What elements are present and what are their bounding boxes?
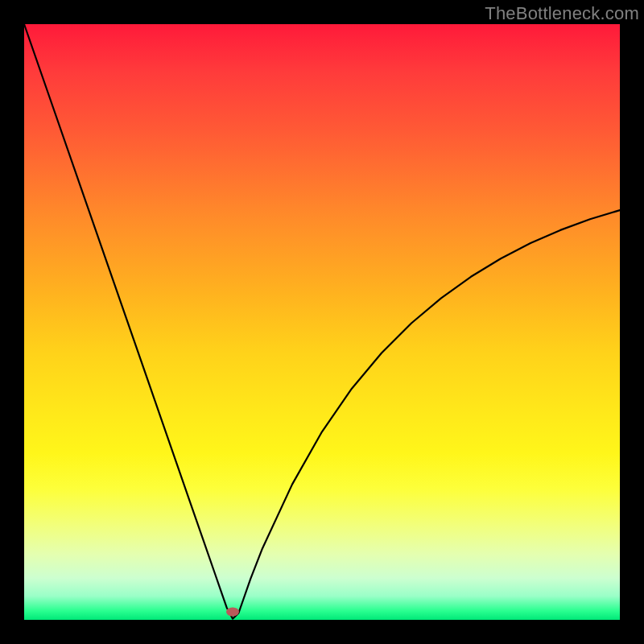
chart-svg xyxy=(24,24,620,620)
watermark-text: TheBottleneck.com xyxy=(485,3,639,24)
chart-plot-area xyxy=(24,24,620,620)
chart-curve xyxy=(24,24,620,619)
chart-marker xyxy=(226,608,239,617)
